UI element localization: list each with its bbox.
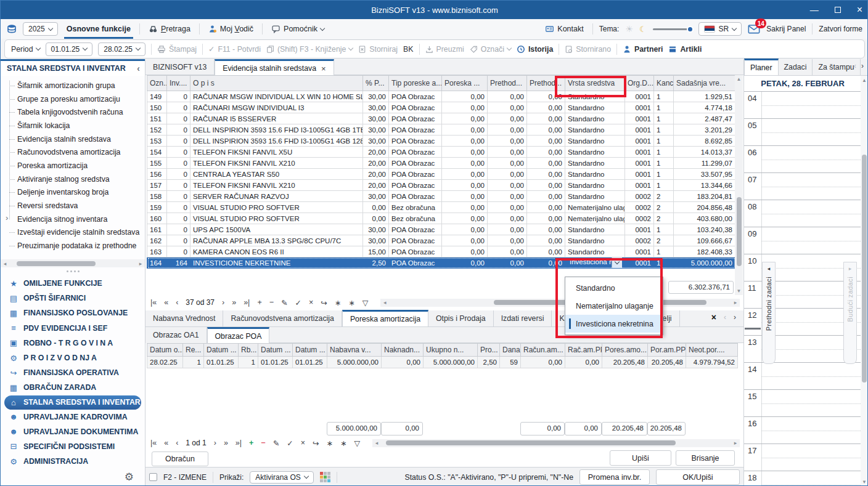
nav-button[interactable]: › — [222, 298, 224, 307]
scroll-right-icon[interactable]: ▸ — [731, 299, 740, 306]
col-sadasnja[interactable]: Sadašnja vre... — [674, 76, 735, 91]
planner-scrollbar[interactable]: ▲ ▼ — [861, 76, 868, 486]
col-prethod-2[interactable]: Prethod... — [527, 76, 565, 91]
col-poreska[interactable]: Poreska ... — [442, 76, 488, 91]
future-tasks-flap[interactable]: ▸ Budući zadaci — [843, 262, 857, 364]
module-item[interactable]: ≡ PDV EVIDENCIJA I SEF — [1, 321, 145, 336]
nav-button[interactable]: » — [224, 439, 228, 448]
scroll-right-icon[interactable]: ▸ — [136, 261, 145, 267]
menu-moj-vodic[interactable]: Moj Vodič — [206, 19, 256, 39]
detail-horizontal-scrollbar[interactable]: ◂ ▸ — [372, 439, 740, 447]
tree-item[interactable]: › Grupe za poresku amortizaciju — [1, 92, 145, 106]
previous-tasks-flap[interactable]: ◂ Prethodni zadaci — [762, 262, 776, 364]
nav-button[interactable]: |« — [150, 298, 157, 307]
module-item[interactable]: ★ OMILJENE FUNKCIJE — [1, 276, 145, 291]
nav-button[interactable]: ↪ — [313, 439, 319, 448]
col-inv[interactable]: Inv.... — [167, 76, 190, 91]
detail-tab[interactable]: Izdati reversi — [494, 310, 552, 326]
history-button[interactable]: Istorija — [517, 45, 553, 54]
year-selector[interactable]: 2025 — [23, 22, 58, 36]
col-prethod-1[interactable]: Prethod... — [488, 76, 527, 91]
tree-item[interactable]: › Reversi sredstava — [1, 199, 145, 213]
nav-button[interactable]: − — [261, 439, 265, 448]
dcol-por-am-pp[interactable]: Por.am.PP — [648, 344, 686, 357]
hide-panel-button[interactable]: Sakrij Panel — [766, 25, 806, 33]
hour-row[interactable]: 06 — [744, 145, 862, 172]
nav-button[interactable]: ∗ — [340, 439, 346, 448]
grid-row[interactable]: 149 0 RAČUNAR MSGW INDIVIDUAL LX WIN 10 … — [147, 91, 735, 102]
language-selector[interactable]: SR — [698, 22, 742, 36]
menu-kontakt[interactable]: Kontakt — [542, 19, 586, 39]
tree-item[interactable]: › Šifarnik lokacija — [1, 119, 145, 132]
obracun-button[interactable]: Obračun — [152, 452, 208, 466]
nav-button[interactable]: › — [214, 439, 216, 448]
scroll-left-icon[interactable]: ◂ — [380, 299, 389, 306]
detail-tab[interactable]: Otpis i Prodaja — [428, 310, 494, 326]
module-item[interactable]: ▤ OPŠTI ŠIFARNICI — [1, 291, 145, 306]
dropdown-option[interactable]: Nematerijalno ulaganje — [565, 297, 663, 315]
tab-evidencija[interactable]: Evidencija stalnih sredstava × — [215, 59, 334, 76]
mark-button[interactable]: Označi — [470, 45, 511, 54]
nav-button[interactable]: + — [257, 298, 261, 307]
dropdown-option[interactable]: Standardno — [565, 279, 663, 297]
nav-button[interactable]: ✓ — [295, 298, 301, 307]
module-item[interactable]: ⊟ SPECIFIČNI PODSISTEMI — [1, 439, 145, 454]
hour-row[interactable]: 14 — [744, 362, 862, 389]
nav-button[interactable]: ∗ — [348, 298, 354, 307]
nav-button[interactable]: « — [164, 439, 168, 447]
dcol-rac-am-pp[interactable]: Rač.am.PP — [565, 344, 602, 357]
maximize-button[interactable] — [835, 7, 841, 13]
module-item[interactable]: ↪ FINANSIJSKA OPERATIVA — [1, 365, 145, 380]
subtab[interactable]: Obrazac POA — [207, 327, 270, 344]
scroll-down-icon[interactable]: ▼ — [735, 288, 743, 294]
upisi-button[interactable]: Upiši — [610, 450, 671, 466]
nav-button[interactable]: × — [301, 439, 305, 448]
hour-row[interactable]: 08 — [744, 200, 862, 227]
dcol-procenat[interactable]: Pro... — [478, 344, 500, 357]
col-opis[interactable]: O p i s — [190, 76, 363, 91]
dcol-datum-3[interactable]: Datum ... — [293, 344, 327, 357]
reversed-button[interactable]: Stornirano — [565, 45, 611, 54]
module-item[interactable]: ⌂ STALNA SREDSTVA I INVENTAR — [4, 395, 141, 410]
tree-item[interactable]: › Evidencija stalnih sredstava — [1, 132, 145, 146]
nav-button[interactable]: ‹ — [176, 439, 178, 447]
dcol-racun-am[interactable]: Račun.am... — [521, 344, 565, 357]
moon-icon[interactable]: ☾ — [639, 25, 647, 34]
dcol-ukupno[interactable]: Ukupno n... — [424, 344, 478, 357]
theme-slider[interactable] — [653, 28, 692, 30]
grid-row[interactable]: 157 0 TELEFON FIKSNI FANVIL X210 20,00 P… — [147, 180, 735, 191]
partners-button[interactable]: Partneri — [623, 45, 663, 54]
nav-button[interactable]: ✎ — [273, 439, 279, 448]
tree-item[interactable]: › Evidencija sitnog inventara — [1, 213, 145, 226]
scrollbar-thumb[interactable] — [737, 197, 742, 266]
module-item[interactable]: ☻ UPRAVLJANJE DOKUMENTIMA — [1, 424, 145, 439]
dcol-naknadna[interactable]: Naknadn... — [382, 344, 424, 357]
scroll-down-icon[interactable]: ▼ — [861, 479, 868, 485]
tree-item[interactable]: › Poreska amortizacija — [1, 159, 145, 172]
close-forms-button[interactable]: Zatvori forme — [819, 25, 862, 33]
brisanje-button[interactable]: Brisanje — [676, 450, 735, 466]
grid-row[interactable]: 151 0 RAČUNAR I5 BSSERVER 30,00 POA Obra… — [147, 113, 735, 124]
menu-pretraga[interactable]: Pretraga — [146, 19, 193, 39]
scrollbar-thumb[interactable] — [17, 261, 96, 266]
dcol-rb[interactable]: Rb... — [239, 344, 258, 357]
dcol-neot-por[interactable]: Neot.por.... — [686, 344, 738, 357]
menu-osnovne-funkcije[interactable]: Osnovne funkcije — [64, 19, 133, 39]
grid-vertical-scrollbar[interactable]: ▲ ▼ — [735, 75, 743, 295]
hour-row[interactable]: 04 — [744, 91, 862, 118]
hour-row[interactable]: 05 — [744, 118, 862, 145]
articles-button[interactable]: Artikli — [668, 45, 702, 54]
planner-tab[interactable]: Zadaci — [779, 59, 813, 75]
panel-tab-scroll-left-icon[interactable]: ‹ — [854, 62, 856, 70]
prikazi-dropdown[interactable]: Aktivirana OS — [250, 471, 313, 484]
sun-icon[interactable]: ☀ — [625, 24, 633, 34]
expander-icon[interactable]: › — [6, 213, 8, 222]
tree-item[interactable]: › Tabela knjigovodstvenih računa — [1, 105, 145, 119]
planner-tab[interactable]: Za štampu — [813, 59, 860, 75]
detail-row[interactable]: 28.02.25 1 01.01.25 1 01.01.25 01.01.25 … — [147, 357, 738, 368]
tab-biznisoft[interactable]: BIZNISOFT v13 — [145, 59, 215, 75]
grid-row[interactable]: 159 0 VISUAL STUDIO PRO SOFTVER 0,00 Bez… — [147, 202, 735, 213]
scrollbar-thumb[interactable] — [862, 155, 867, 383]
dcol-re[interactable]: Re... — [183, 344, 204, 357]
tab-scroll-left-icon[interactable]: ‹ — [724, 313, 726, 322]
